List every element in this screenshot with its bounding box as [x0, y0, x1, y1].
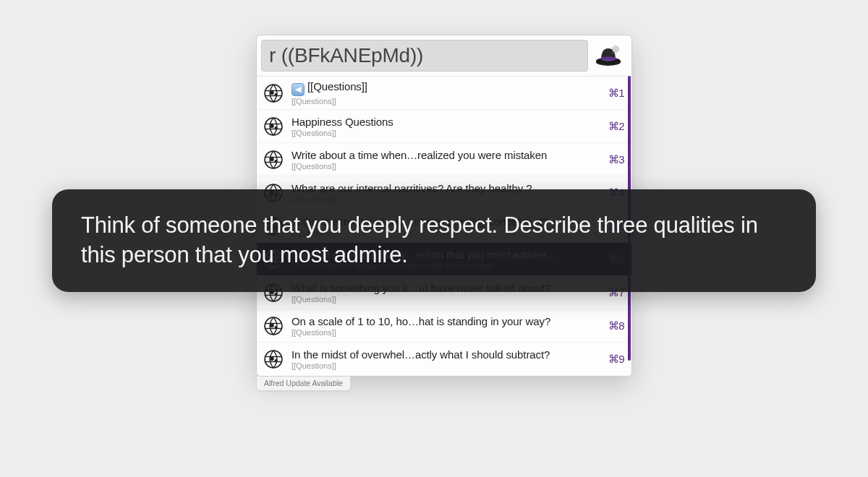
result-subtitle: [[Questions]]	[292, 295, 603, 304]
result-title: Happiness Questions	[292, 116, 603, 128]
shortcut-label: ⌘1	[608, 87, 624, 100]
svg-point-4	[613, 47, 618, 51]
roam-icon	[263, 82, 284, 104]
result-subtitle: [[Questions]]	[292, 97, 603, 106]
result-title: On a scale of 1 to 10, ho…hat is standin…	[292, 315, 603, 327]
alfred-hat-icon	[592, 40, 624, 72]
svg-point-10	[274, 93, 277, 96]
search-input[interactable]	[261, 40, 588, 72]
roam-icon	[263, 116, 284, 137]
svg-point-50	[274, 359, 277, 362]
arrow-left-icon: ◀	[292, 83, 305, 96]
shortcut-label: ⌘8	[608, 319, 624, 332]
result-title: Write about a time when…realized you wer…	[292, 149, 603, 161]
svg-point-14	[270, 124, 274, 128]
svg-point-49	[270, 357, 274, 361]
svg-point-9	[270, 90, 274, 95]
result-texts: In the midst of overwhel…actly what I sh…	[292, 348, 603, 370]
result-texts: Write about a time when…realized you wer…	[292, 149, 603, 171]
result-row[interactable]: On a scale of 1 to 10, ho…hat is standin…	[257, 309, 631, 343]
result-row[interactable]: Write about a time when…realized you wer…	[257, 143, 631, 176]
result-subtitle: [[Questions]]	[292, 129, 603, 137]
result-subtitle: [[Questions]]	[292, 328, 603, 337]
svg-point-19	[270, 157, 274, 161]
result-texts: ◀[[Questions]][[Questions]]	[292, 80, 603, 106]
svg-point-15	[274, 126, 277, 129]
result-row[interactable]: In the midst of overwhel…actly what I sh…	[257, 343, 631, 376]
update-badge[interactable]: Alfred Update Available	[256, 377, 351, 391]
search-row	[257, 35, 631, 76]
overlay-tooltip: Think of someone that you deeply respect…	[52, 189, 816, 292]
svg-point-44	[270, 323, 274, 327]
roam-icon	[263, 149, 284, 171]
shortcut-label: ⌘2	[608, 120, 624, 133]
roam-icon	[263, 348, 284, 370]
result-row[interactable]: ◀[[Questions]][[Questions]]⌘1	[257, 77, 631, 110]
result-row[interactable]: Happiness Questions[[Questions]]⌘2	[257, 110, 631, 143]
roam-icon	[263, 315, 284, 337]
result-subtitle: [[Questions]]	[292, 162, 603, 171]
svg-point-45	[274, 326, 277, 329]
shortcut-label: ⌘3	[608, 153, 624, 166]
result-texts: On a scale of 1 to 10, ho…hat is standin…	[292, 315, 603, 337]
result-title: In the midst of overwhel…actly what I sh…	[292, 348, 603, 361]
result-subtitle: [[Questions]]	[292, 361, 603, 370]
shortcut-label: ⌘9	[608, 353, 624, 366]
result-texts: Happiness Questions[[Questions]]	[292, 116, 603, 137]
svg-point-20	[274, 160, 277, 163]
svg-point-40	[274, 293, 277, 296]
result-title: ◀[[Questions]]	[292, 80, 603, 96]
